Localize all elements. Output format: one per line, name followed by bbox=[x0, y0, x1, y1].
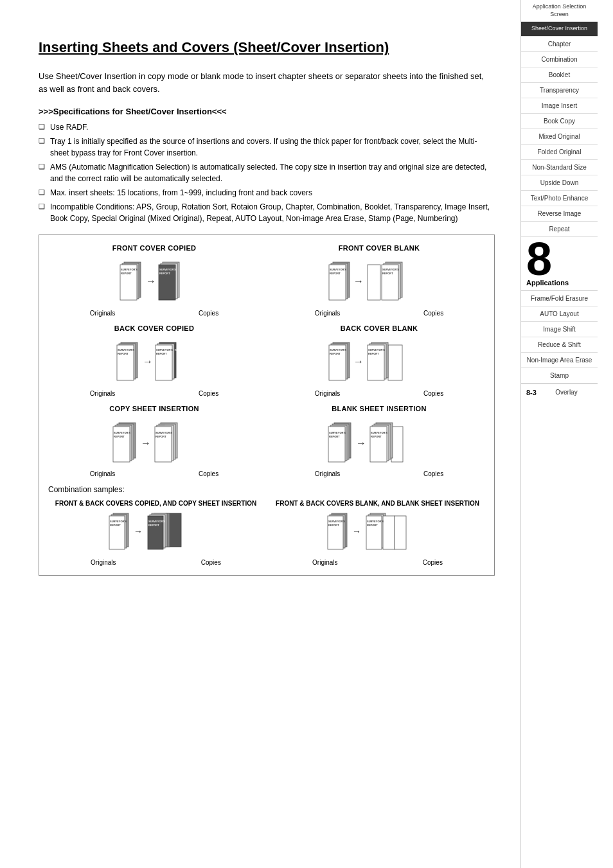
originals-label-2: Originals bbox=[315, 310, 340, 317]
combo-visual-1: SURVEYOR'S REPORT → SURVEYOR'S bbox=[48, 511, 263, 556]
svg-text:REPORT: REPORT bbox=[110, 524, 121, 527]
intro-text: Use Sheet/Cover Insertion in copy mode o… bbox=[39, 70, 495, 97]
diagram-title-6: BLANK SHEET INSERTION bbox=[273, 405, 485, 412]
svg-text:→: → bbox=[146, 276, 156, 287]
combo-2-svg: SURVEYOR'S REPORT → SURVEYOR'S bbox=[326, 511, 429, 556]
sidebar-item-book-copy[interactable]: Book Copy bbox=[521, 114, 598, 129]
diagram-row2: BACK COVER COPIED SURVEYOR'S REPORT → bbox=[48, 324, 485, 397]
originals-label-1: Originals bbox=[90, 310, 115, 317]
diagram-visual-6: SURVEYOR'S REPORT → SURVEYOR'S REPORT bbox=[273, 416, 485, 468]
svg-text:REPORT: REPORT bbox=[114, 435, 125, 438]
svg-text:REPORT: REPORT bbox=[329, 435, 340, 438]
sidebar-item-image-shift[interactable]: Image Shift bbox=[521, 322, 598, 337]
sidebar-item-non-standard[interactable]: Non-Standard Size bbox=[521, 160, 598, 175]
sidebar-item-stamp[interactable]: Stamp bbox=[521, 368, 598, 384]
combo-item-2: FRONT & BACK COVERS BLANK, AND BLANK SHE… bbox=[270, 499, 485, 566]
svg-text:REPORT: REPORT bbox=[328, 524, 339, 527]
sidebar-item-sheet-cover[interactable]: Sheet/Cover Insertion bbox=[521, 22, 598, 37]
diagram-title-4: BACK COVER BLANK bbox=[273, 324, 485, 332]
svg-text:REPORT: REPORT bbox=[121, 272, 132, 275]
chapter-label: Applications bbox=[521, 279, 598, 290]
sidebar-item-booklet[interactable]: Booklet bbox=[521, 67, 598, 83]
page-number: 8-3 bbox=[526, 389, 537, 396]
diagrams-box: FRONT COVER COPIED SURVEYOR'S REPORT bbox=[39, 235, 495, 576]
svg-text:REPORT: REPORT bbox=[371, 435, 382, 438]
diagram-visual-3: SURVEYOR'S REPORT → SURVEYOR'S REPORT SU… bbox=[48, 336, 260, 387]
combo-labels-1: Originals Copies bbox=[48, 559, 263, 566]
spec-item-3: AMS (Automatic Magnification Selection) … bbox=[39, 161, 495, 184]
diagram-copy-sheet: COPY SHEET INSERTION SURVEYOR'S REPORT → bbox=[48, 405, 260, 477]
diagram-front-cover-blank: FRONT COVER BLANK SURVEYOR'S REPORT → bbox=[273, 244, 485, 317]
front-cover-copied-svg: SURVEYOR'S REPORT → SURVEYOR'S REPORT bbox=[119, 259, 190, 307]
back-cover-copied-svg: SURVEYOR'S REPORT → SURVEYOR'S REPORT SU… bbox=[116, 339, 193, 387]
combination-section: Combination samples: FRONT & BACK COVERS… bbox=[48, 485, 485, 566]
spec-item-5: Incompatible Conditions: APS, Group, Rot… bbox=[39, 201, 495, 224]
svg-text:SURVEYOR'S: SURVEYOR'S bbox=[382, 268, 399, 271]
copies-label-1: Copies bbox=[199, 310, 218, 317]
sidebar-item-auto-layout[interactable]: AUTO Layout bbox=[521, 306, 598, 322]
diagram-labels-5: Originals Copies bbox=[48, 470, 260, 477]
svg-text:SURVEYOR'S: SURVEYOR'S bbox=[155, 431, 172, 434]
sidebar-item-transparency[interactable]: Transparency bbox=[521, 83, 598, 98]
svg-rect-98 bbox=[383, 516, 395, 549]
svg-text:REPORT: REPORT bbox=[330, 352, 341, 355]
copies-label-4: Copies bbox=[423, 390, 443, 397]
sidebar: Application Selection Screen Sheet/Cover… bbox=[520, 0, 598, 868]
sidebar-item-reverse-image[interactable]: Reverse Image bbox=[521, 206, 598, 222]
sidebar-item-image-insert[interactable]: Image Insert bbox=[521, 98, 598, 114]
svg-text:SURVEYOR'S: SURVEYOR'S bbox=[121, 268, 138, 271]
combo-1-svg: SURVEYOR'S REPORT → SURVEYOR'S bbox=[108, 511, 204, 556]
svg-rect-22 bbox=[368, 265, 380, 300]
svg-text:→: → bbox=[141, 438, 151, 448]
svg-text:SURVEYOR'S: SURVEYOR'S bbox=[330, 268, 346, 271]
diagram-visual-2: SURVEYOR'S REPORT → SURVEYOR'S REPORT bbox=[273, 256, 485, 307]
combo-title-1: FRONT & BACK COVERS COPIED, AND COPY SHE… bbox=[48, 499, 263, 508]
sidebar-item-folded-original[interactable]: Folded Original bbox=[521, 145, 598, 160]
combo-title-2: FRONT & BACK COVERS BLANK, AND BLANK SHE… bbox=[270, 499, 485, 508]
sidebar-item-mixed-original[interactable]: Mixed Original bbox=[521, 129, 598, 145]
diagram-blank-sheet: BLANK SHEET INSERTION SURVEYOR'S REPORT … bbox=[273, 405, 485, 477]
blank-sheet-svg: SURVEYOR'S REPORT → SURVEYOR'S REPORT bbox=[328, 420, 431, 468]
sidebar-item-upside-down[interactable]: Upside Down bbox=[521, 175, 598, 191]
svg-text:SURVEYOR'S: SURVEYOR'S bbox=[328, 520, 345, 523]
svg-text:REPORT: REPORT bbox=[156, 352, 167, 355]
svg-text:SURVEYOR'S: SURVEYOR'S bbox=[329, 431, 346, 434]
spec-list: Use RADF. Tray 1 is initially specified … bbox=[39, 121, 495, 224]
diagram-visual-1: SURVEYOR'S REPORT → SURVEYOR'S REPORT bbox=[48, 256, 260, 307]
diagram-labels-2: Originals Copies bbox=[273, 310, 485, 317]
svg-text:→: → bbox=[143, 356, 153, 367]
sidebar-item-app-selection[interactable]: Application Selection Screen bbox=[521, 0, 598, 22]
combo-originals-1: Originals bbox=[91, 559, 116, 566]
svg-text:REPORT: REPORT bbox=[367, 524, 378, 527]
svg-text:SURVEYOR'S: SURVEYOR'S bbox=[368, 348, 385, 351]
svg-text:SURVEYOR'S: SURVEYOR'S bbox=[367, 520, 384, 523]
copy-sheet-svg: SURVEYOR'S REPORT → SURVEYOR'S REPORT bbox=[112, 420, 196, 468]
svg-rect-42 bbox=[388, 345, 402, 380]
sidebar-item-frame-fold[interactable]: Frame/Fold Erasure bbox=[521, 291, 598, 306]
back-cover-blank-svg: SURVEYOR'S REPORT → SURVEYOR'S REPORT bbox=[328, 339, 431, 387]
combo-visual-2: SURVEYOR'S REPORT → SURVEYOR'S bbox=[270, 511, 485, 556]
svg-text:REPORT: REPORT bbox=[155, 435, 166, 438]
sidebar-item-combination[interactable]: Combination bbox=[521, 52, 598, 67]
sidebar-item-chapter[interactable]: Chapter bbox=[521, 37, 598, 52]
diagram-labels-4: Originals Copies bbox=[273, 390, 485, 397]
main-content: Inserting Sheets and Covers (Sheet/Cover… bbox=[0, 0, 520, 868]
diagram-labels-6: Originals Copies bbox=[273, 470, 485, 477]
copies-label-5: Copies bbox=[199, 470, 218, 477]
page-title: Inserting Sheets and Covers (Sheet/Cover… bbox=[39, 39, 495, 57]
svg-rect-69 bbox=[391, 427, 403, 462]
svg-text:REPORT: REPORT bbox=[118, 352, 129, 355]
svg-text:→: → bbox=[352, 526, 361, 536]
sidebar-item-non-image-area[interactable]: Non-Image Area Erase bbox=[521, 353, 598, 368]
copies-label-6: Copies bbox=[423, 470, 443, 477]
diagram-row1: FRONT COVER COPIED SURVEYOR'S REPORT bbox=[48, 244, 485, 317]
spec-heading: >>>Specifications for Sheet/Cover Insert… bbox=[39, 107, 495, 116]
copies-label-2: Copies bbox=[423, 310, 443, 317]
svg-text:SURVEYOR'S: SURVEYOR'S bbox=[156, 348, 173, 351]
combo-originals-2: Originals bbox=[312, 559, 337, 566]
diagram-visual-5: SURVEYOR'S REPORT → SURVEYOR'S REPORT bbox=[48, 416, 260, 468]
sidebar-item-text-photo[interactable]: Text/Photo Enhance bbox=[521, 191, 598, 206]
combination-title: Combination samples: bbox=[48, 485, 485, 494]
sidebar-item-overlay[interactable]: Overlay bbox=[540, 387, 592, 398]
sidebar-item-reduce-shift[interactable]: Reduce & Shift bbox=[521, 337, 598, 353]
